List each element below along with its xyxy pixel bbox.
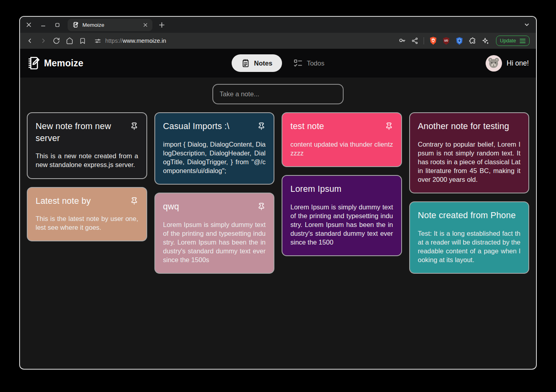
site-header: Memoize Notes Todos: [20, 49, 536, 78]
minimize-icon[interactable]: [41, 22, 46, 27]
browser-tab[interactable]: Memoize: [68, 19, 152, 31]
new-tab-icon[interactable]: [159, 22, 165, 28]
note-title: qwq: [163, 201, 179, 213]
note-body: This is the latest note by user one, les…: [36, 214, 138, 232]
favicon-notebook-icon: [72, 22, 79, 28]
share-icon[interactable]: [411, 37, 418, 44]
forward-icon[interactable]: [40, 37, 47, 44]
bookmark-icon[interactable]: [79, 38, 86, 44]
update-label: Update: [500, 38, 516, 44]
note-title: Note created from Phone: [418, 210, 516, 222]
note-body: Lorem Ipsum is simply dummy text of the …: [163, 220, 266, 265]
note-card[interactable]: Casual Imports :\ import { Dialog, Dialo…: [154, 112, 275, 185]
close-icon[interactable]: [26, 22, 31, 27]
tab-close-icon[interactable]: [143, 23, 148, 27]
extensions-puzzle-icon[interactable]: [469, 37, 476, 45]
brand-logo[interactable]: Memoize: [27, 56, 84, 70]
reload-icon[interactable]: [53, 37, 60, 44]
pin-icon[interactable]: [257, 202, 266, 212]
browser-window: Memoize: [19, 16, 537, 370]
key-icon[interactable]: [398, 37, 406, 45]
note-body: import { Dialog, DialogContent, DialogDe…: [163, 140, 266, 175]
notes-grid: New note from new server This is a new n…: [20, 112, 536, 274]
pin-icon[interactable]: [130, 197, 138, 207]
note-card-header: New note from new server: [36, 121, 138, 144]
notes-column-4: Another note for testing Contrary to pop…: [409, 112, 530, 274]
tab-notes-label: Notes: [254, 60, 272, 67]
note-card-header: test note: [290, 121, 393, 133]
tab-strip: Memoize: [20, 17, 536, 33]
memoize-logo-icon: [27, 56, 42, 70]
note-card-header: Lorem Ipsum: [290, 183, 393, 195]
pin-icon[interactable]: [130, 122, 138, 132]
menu-hamburger-icon: [520, 38, 526, 44]
toolbar-divider: [424, 37, 424, 44]
note-card[interactable]: New note from new server This is a new n…: [27, 112, 147, 179]
note-body: content updated via thunder clientzzzzz: [290, 140, 393, 157]
user-box[interactable]: Hi one!: [486, 55, 529, 72]
pin-icon[interactable]: [385, 122, 393, 132]
note-card-header: Another note for testing: [418, 121, 521, 133]
notes-notepad-icon: [241, 59, 250, 68]
note-body: Contrary to popular belief, Lorem Ipsum …: [418, 140, 521, 184]
note-card-header: qwq: [163, 201, 266, 213]
blue-shield-icon[interactable]: [456, 36, 464, 45]
note-card[interactable]: Another note for testing Contrary to pop…: [409, 112, 530, 193]
note-title: New note from new server: [36, 121, 126, 144]
note-title: Lorem Ipsum: [290, 183, 342, 195]
update-menu-button[interactable]: Update: [496, 36, 530, 46]
note-body: Lorem Ipsum is simply dummy text of the …: [290, 203, 393, 247]
main-nav: Notes Todos: [232, 54, 324, 72]
home-icon[interactable]: [66, 37, 73, 44]
address-bar[interactable]: https://www.memoize.in: [94, 38, 392, 44]
note-card[interactable]: Note created from Phone Test: It is a lo…: [409, 201, 530, 274]
toolbar-extensions: UO Update: [398, 36, 530, 46]
note-title: Another note for testing: [418, 121, 509, 133]
tab-todos-label: Todos: [307, 60, 324, 67]
todos-checklist-icon: [293, 58, 303, 68]
maximize-icon[interactable]: [55, 23, 60, 27]
note-card[interactable]: qwq Lorem Ipsum is simply dummy text of …: [154, 193, 275, 274]
pin-icon[interactable]: [257, 122, 266, 132]
note-card[interactable]: test note content updated via thunder cl…: [282, 112, 402, 167]
brave-shield-icon[interactable]: [429, 36, 437, 45]
back-icon[interactable]: [26, 37, 34, 44]
brand-name: Memoize: [44, 58, 84, 69]
note-title: Casual Imports :\: [163, 121, 230, 133]
notes-column-1: New note from new server This is a new n…: [27, 112, 147, 241]
note-card-header: Latest note by: [36, 195, 138, 207]
site-settings-tune-icon[interactable]: [94, 38, 101, 44]
notes-column-2: Casual Imports :\ import { Dialog, Dialo…: [154, 112, 275, 274]
ublock-shield-icon[interactable]: UO: [442, 36, 450, 45]
tab-title: Memoize: [82, 22, 140, 28]
note-card-header: Casual Imports :\: [163, 121, 266, 133]
notes-column-3: test note content updated via thunder cl…: [282, 112, 402, 256]
leo-sparkle-icon[interactable]: [482, 37, 489, 45]
url-scheme: https://: [105, 38, 123, 44]
take-a-note-input[interactable]: [212, 84, 344, 104]
svg-text:UO: UO: [444, 39, 448, 42]
url-host: www.memoize.in: [123, 38, 166, 44]
note-card[interactable]: Latest note by This is the latest note b…: [27, 187, 147, 242]
note-title: test note: [290, 121, 324, 133]
note-body: This is a new note created from a new st…: [36, 151, 138, 169]
address-toolbar: https://www.memoize.in UO: [20, 33, 536, 49]
url-text: https://www.memoize.in: [105, 38, 166, 44]
window-controls: [26, 22, 60, 27]
note-body: Test: It is a long established fact that…: [418, 229, 521, 264]
tab-notes[interactable]: Notes: [232, 54, 282, 72]
avatar[interactable]: [486, 55, 502, 72]
note-title: Latest note by: [36, 195, 91, 207]
note-card[interactable]: Lorem Ipsum Lorem Ipsum is simply dummy …: [282, 175, 402, 256]
greeting-text: Hi one!: [507, 59, 529, 68]
note-card-header: Note created from Phone: [418, 210, 521, 222]
note-input-row: [20, 78, 536, 112]
tab-todos[interactable]: Todos: [293, 58, 324, 68]
tab-search-chevron-icon[interactable]: [524, 22, 530, 28]
